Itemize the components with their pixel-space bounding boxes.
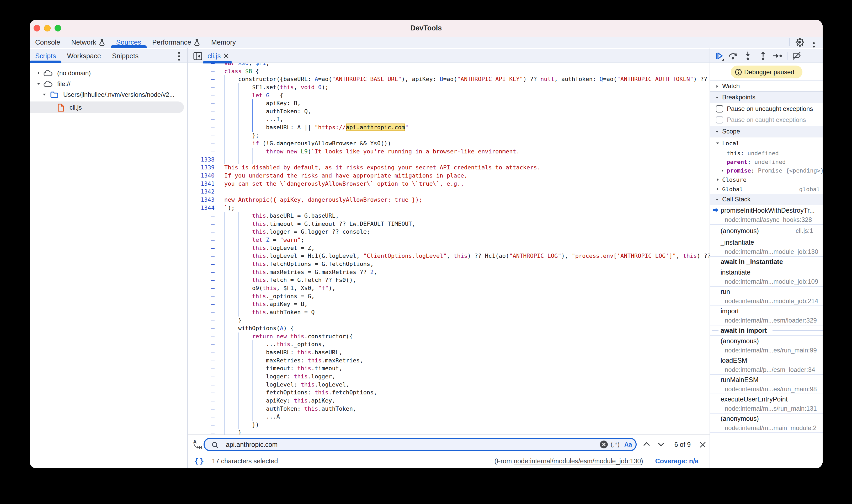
search-input[interactable]: api.anthropic.com (.*) Aa [203, 438, 637, 451]
tree-item--no-domain-[interactable]: (no domain) [30, 68, 187, 78]
line-number[interactable]: 1338 [188, 156, 215, 164]
navigator-menu-button[interactable] [178, 52, 180, 60]
code-line-22[interactable]: – let Z = "warn"; [188, 236, 710, 244]
line-marker[interactable]: – [188, 260, 215, 268]
close-tab-button[interactable] [223, 53, 229, 59]
line-marker[interactable]: – [188, 115, 215, 124]
line-number[interactable]: 1342 [188, 188, 215, 196]
line-marker[interactable]: – [188, 228, 215, 236]
module-job-link[interactable]: node:internal/modules/esm/module_job:130 [514, 457, 641, 465]
code-line-30[interactable]: – this.apiKey = B, [188, 300, 710, 308]
code-line-40[interactable]: – logLevel: this.logLevel, [188, 381, 710, 389]
code-line-27[interactable]: – this.fetch = G.fetch ?? Fs0(), [188, 276, 710, 284]
line-marker[interactable]: – [188, 373, 215, 381]
tree-item-users-jinhuilee-nvm-versions-node-v2-[interactable]: Users/jinhuilee/.nvm/versions/node/v2... [30, 89, 187, 100]
expander-open[interactable] [42, 92, 47, 96]
code-line-6[interactable]: – authToken: Q, [188, 108, 710, 116]
coverage-link[interactable]: Coverage: n/a [655, 457, 698, 465]
pretty-print-button[interactable]: {} [194, 457, 206, 465]
line-marker[interactable]: – [188, 429, 215, 434]
expander-open[interactable] [36, 82, 41, 86]
callstack-frame[interactable]: runMainESMnode:internal/m...es/run_main:… [710, 375, 823, 394]
callstack-frame[interactable]: (anonymous)node:internal/m...main_module… [710, 414, 823, 433]
code-line-32[interactable]: – } [188, 317, 710, 325]
tab-memory[interactable]: Memory [206, 37, 241, 48]
editor-debugger-divider[interactable] [710, 48, 710, 468]
code-line-39[interactable]: – logger: this.logger, [188, 373, 710, 381]
code-line-14[interactable]: 1340If you understand the risks and have… [188, 172, 710, 180]
search-previous-button[interactable] [642, 440, 651, 448]
line-marker[interactable]: – [188, 300, 215, 308]
code-line-33[interactable]: – withOptions(A) { [188, 324, 710, 332]
code-line-18[interactable]: 1344`); [188, 204, 710, 212]
code-line-16[interactable]: 1342 [188, 188, 710, 196]
line-marker[interactable]: – [188, 405, 215, 413]
callstack-frame[interactable]: runnode:internal/m...module_job:214 [710, 287, 823, 306]
line-marker[interactable]: – [188, 124, 215, 132]
scope-row-promise[interactable]: promise: Promise {<pending>} [710, 166, 823, 175]
line-marker[interactable]: – [188, 397, 215, 405]
line-marker[interactable]: – [188, 100, 215, 108]
clear-search-button[interactable] [600, 440, 608, 449]
code-line-8[interactable]: – baseURL: A || "https://api.anthropic.c… [188, 124, 710, 132]
code-line-17[interactable]: 1343new Anthropic({ apiKey, dangerouslyA… [188, 196, 710, 204]
code-line-26[interactable]: – this.maxRetries = G.maxRetries ?? 2, [188, 268, 710, 276]
line-number[interactable]: 1343 [188, 196, 215, 204]
step-button[interactable] [773, 51, 783, 61]
line-marker[interactable]: – [188, 75, 215, 84]
line-marker[interactable]: – [188, 292, 215, 301]
navigator-editor-divider[interactable] [187, 48, 188, 468]
hide-navigator-button[interactable] [193, 51, 203, 61]
code-line-46[interactable]: – } [188, 429, 710, 434]
callstack-frame[interactable]: loadESMnode:internal/p.../esm_loader:34 [710, 355, 823, 375]
code-line-12[interactable]: 1338 [188, 156, 710, 164]
line-marker[interactable]: – [188, 348, 215, 357]
code-line-34[interactable]: – return new this.constructor({ [188, 332, 710, 341]
caret-right-icon[interactable] [716, 178, 720, 182]
code-line-19[interactable]: – this.baseURL = G.baseURL, [188, 212, 710, 220]
navigator-tab-scripts[interactable]: Scripts [30, 49, 61, 63]
code-line-15[interactable]: 1341you can set the \`dangerouslyAllowBr… [188, 180, 710, 188]
line-number[interactable]: 1344 [188, 204, 215, 212]
replace-toggle-button[interactable]: A B [193, 439, 204, 450]
code-line-42[interactable]: – apiKey: this.apiKey, [188, 397, 710, 405]
tree-item-file-[interactable]: file:// [30, 78, 187, 89]
line-marker[interactable]: – [188, 340, 215, 348]
line-marker[interactable]: – [188, 317, 215, 325]
tree-item-cli-js[interactable]: cli.js [30, 102, 187, 113]
code-line-45[interactable]: – }) [188, 421, 710, 429]
code-line-41[interactable]: – fetchOptions: this.fetchOptions, [188, 389, 710, 397]
callstack-frame[interactable]: _instantiatenode:internal/m...module_job… [710, 237, 823, 257]
line-marker[interactable]: – [188, 132, 215, 140]
watch-section-header[interactable]: Watch [710, 81, 823, 92]
code-line-25[interactable]: – this.fetchOptions = G.fetchOptions, [188, 260, 710, 268]
breakpoints-section-header[interactable]: Breakpoints [710, 92, 823, 103]
code-line-0[interactable]: –var Xs0, $F1; [188, 64, 710, 67]
callstack-section-header[interactable]: Call Stack [710, 194, 823, 205]
line-marker[interactable]: – [188, 252, 215, 260]
code-line-2[interactable]: – constructor({baseURL: A=ao("ANTHROPIC_… [188, 75, 710, 84]
close-search-button[interactable] [699, 441, 707, 449]
code-line-9[interactable]: – }; [188, 132, 710, 140]
tab-sources[interactable]: Sources [111, 37, 147, 48]
expander-closed[interactable] [36, 71, 41, 75]
step-out-button[interactable] [758, 51, 768, 61]
code-line-44[interactable]: – ...A [188, 413, 710, 421]
editor-tab-clijs[interactable]: cli.js [202, 49, 232, 63]
code-line-23[interactable]: – this.logLevel = Z, [188, 244, 710, 252]
line-marker[interactable]: – [188, 364, 215, 373]
regex-toggle[interactable]: (.*) [611, 439, 620, 450]
line-marker[interactable]: – [188, 308, 215, 317]
line-marker[interactable]: – [188, 421, 215, 429]
step-over-button[interactable] [728, 51, 738, 61]
checkbox-unchecked[interactable] [716, 105, 723, 112]
code-line-36[interactable]: – baseURL: this.baseURL, [188, 348, 710, 357]
code-line-1[interactable]: –class $8 { [188, 67, 710, 75]
code-line-7[interactable]: – ...I, [188, 115, 710, 124]
line-marker[interactable]: – [188, 413, 215, 421]
code-line-37[interactable]: – maxRetries: this.maxRetries, [188, 357, 710, 365]
line-marker[interactable]: – [188, 84, 215, 91]
settings-button[interactable] [792, 37, 807, 47]
scope-row-parent[interactable]: parent: undefined [710, 158, 823, 166]
line-marker[interactable]: – [188, 140, 215, 148]
